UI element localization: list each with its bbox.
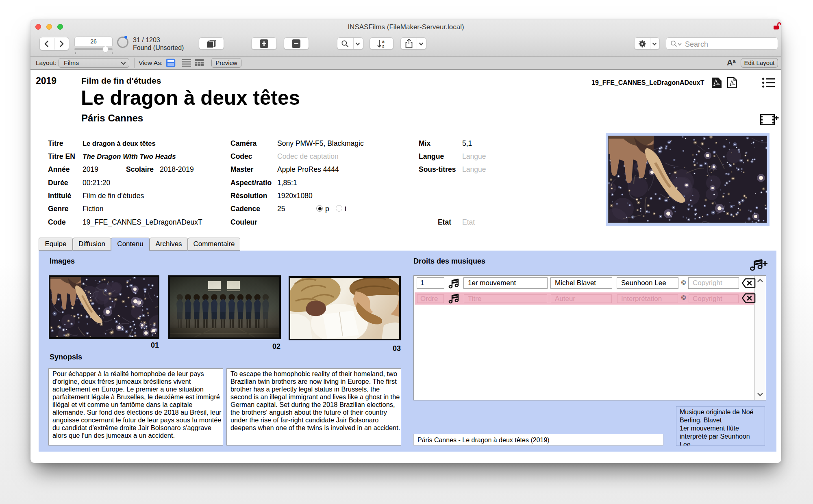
svg-text:z: z: [382, 43, 384, 48]
